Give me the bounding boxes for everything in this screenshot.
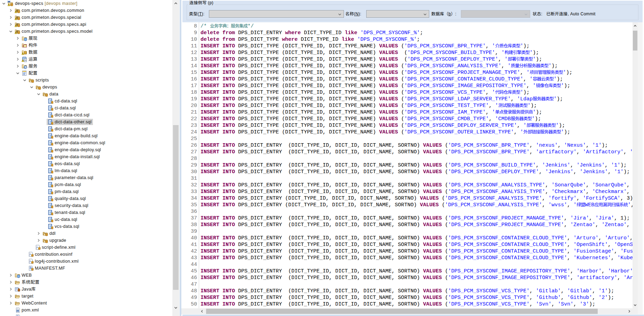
svg-text:S: S: [25, 65, 27, 69]
svg-text:y: y: [36, 246, 38, 249]
svg-text:y: y: [29, 253, 31, 256]
svg-text:y: y: [29, 260, 31, 263]
